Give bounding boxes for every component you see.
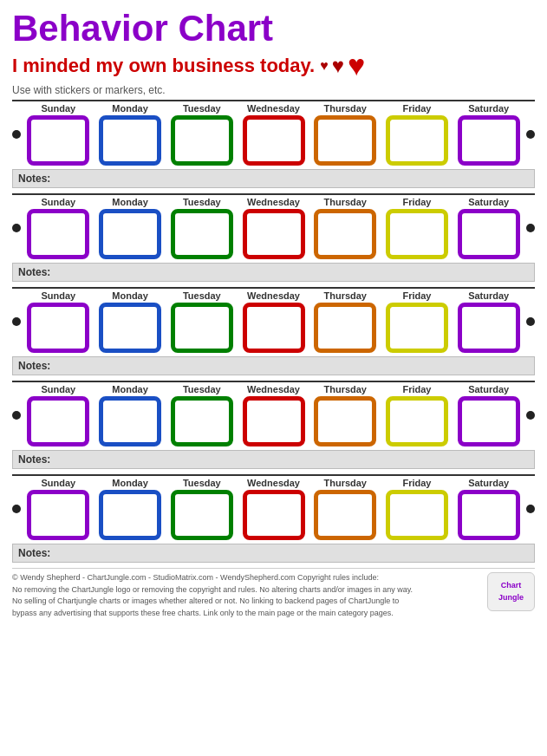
week-4-day-col-thursday: Thursday	[309, 384, 381, 446]
day-label-tuesday: Tuesday	[183, 103, 221, 114]
day-label-thursday: Thursday	[323, 103, 367, 114]
week-4-thursday-box	[314, 396, 376, 446]
day-label-sunday: Sunday	[41, 384, 75, 394]
day-label-monday: Monday	[112, 197, 148, 207]
day-label-sunday: Sunday	[41, 197, 75, 207]
week-5-day-col-tuesday: Tuesday	[166, 478, 238, 540]
week-2-day-col-tuesday: Tuesday	[166, 197, 238, 259]
week-4-day-col-friday: Friday	[381, 384, 453, 446]
week-2: SundayMondayTuesdayWednesdayThursdayFrid…	[12, 193, 535, 282]
week-2-notes: Notes:	[12, 263, 535, 282]
week-2-saturday-box	[458, 209, 520, 259]
week-3: SundayMondayTuesdayWednesdayThursdayFrid…	[12, 287, 535, 375]
week-5-friday-box	[386, 490, 448, 540]
week-4-day-row: SundayMondayTuesdayWednesdayThursdayFrid…	[12, 381, 535, 446]
week-4-sunday-box	[27, 396, 89, 446]
header: Behavior Chart I minded my own business …	[12, 9, 535, 100]
bullet-left	[12, 411, 21, 420]
day-label-monday: Monday	[112, 290, 148, 301]
week-3-monday-box	[99, 303, 161, 353]
bullet-left	[12, 505, 21, 513]
week-3-friday-box	[386, 303, 448, 353]
week-3-tuesday-box	[171, 303, 233, 353]
week-5: SundayMondayTuesdayWednesdayThursdayFrid…	[12, 474, 535, 563]
bullet-left	[12, 130, 21, 139]
week-1-day-col-sunday: Sunday	[23, 103, 94, 166]
day-label-saturday: Saturday	[468, 384, 509, 394]
day-label-friday: Friday	[402, 103, 431, 114]
week-5-notes: Notes:	[12, 544, 535, 563]
week-1-sunday-box	[27, 115, 89, 166]
day-label-wednesday: Wednesday	[247, 103, 300, 114]
chartjungle-logo: ChartJungle	[487, 572, 535, 611]
day-label-wednesday: Wednesday	[247, 478, 300, 488]
week-5-tuesday-box	[171, 490, 233, 540]
heart-icon-lg: ♥	[348, 49, 365, 82]
week-3-day-col-tuesday: Tuesday	[166, 290, 238, 353]
bullet-right	[526, 411, 535, 420]
subtitle: I minded my own business today. ♥ ♥ ♥	[12, 49, 535, 82]
week-3-day-col-sunday: Sunday	[23, 290, 94, 353]
day-label-friday: Friday	[402, 290, 431, 301]
week-3-day-col-monday: Monday	[94, 290, 166, 353]
week-3-day-col-thursday: Thursday	[309, 290, 381, 353]
week-4-notes: Notes:	[12, 450, 535, 469]
week-1-monday-box	[99, 115, 161, 166]
week-1-day-col-friday: Friday	[381, 103, 453, 166]
page-title: Behavior Chart	[12, 9, 535, 49]
week-1-saturday-box	[458, 115, 520, 166]
page: Behavior Chart I minded my own business …	[0, 0, 547, 756]
week-5-saturday-box	[458, 490, 520, 540]
week-2-monday-box	[99, 209, 161, 259]
week-3-day-col-friday: Friday	[381, 290, 453, 353]
week-3-day-col-saturday: Saturday	[453, 290, 524, 353]
day-label-tuesday: Tuesday	[183, 290, 221, 301]
bullet-right	[526, 130, 535, 139]
week-4-day-col-wednesday: Wednesday	[238, 384, 309, 446]
day-label-friday: Friday	[402, 478, 431, 488]
week-2-day-col-sunday: Sunday	[23, 197, 94, 259]
day-label-monday: Monday	[112, 384, 148, 394]
week-4-day-col-monday: Monday	[94, 384, 166, 446]
week-2-wednesday-box	[243, 209, 305, 259]
week-2-day-col-friday: Friday	[381, 197, 453, 259]
week-5-sunday-box	[27, 490, 89, 540]
logo-text: ChartJungle	[498, 580, 524, 603]
week-1-notes: Notes:	[12, 169, 535, 188]
day-label-saturday: Saturday	[468, 290, 509, 301]
bullet-right	[526, 317, 535, 326]
bullet-left	[12, 317, 21, 326]
bullet-left	[12, 224, 21, 232]
week-4-tuesday-box	[171, 396, 233, 446]
week-4-day-col-tuesday: Tuesday	[166, 384, 238, 446]
week-2-day-row: SundayMondayTuesdayWednesdayThursdayFrid…	[12, 193, 535, 259]
week-5-day-col-saturday: Saturday	[453, 478, 524, 540]
week-5-thursday-box	[314, 490, 376, 540]
week-5-day-col-wednesday: Wednesday	[238, 478, 309, 540]
bullet-right	[526, 224, 535, 232]
day-label-sunday: Sunday	[41, 478, 75, 488]
day-label-monday: Monday	[112, 103, 148, 114]
use-text: Use with stickers or markers, etc.	[12, 84, 535, 96]
week-1-day-col-monday: Monday	[94, 103, 166, 166]
week-4-day-col-saturday: Saturday	[453, 384, 524, 446]
week-1-day-row: SundayMondayTuesdayWednesdayThursdayFrid…	[12, 100, 535, 166]
day-label-saturday: Saturday	[468, 197, 509, 207]
week-1-day-col-wednesday: Wednesday	[238, 103, 309, 166]
week-5-day-col-friday: Friday	[381, 478, 453, 540]
week-1-thursday-box	[314, 115, 376, 166]
week-5-wednesday-box	[243, 490, 305, 540]
weeks-container: SundayMondayTuesdayWednesdayThursdayFrid…	[12, 100, 535, 563]
title-block: Behavior Chart I minded my own business …	[12, 9, 535, 100]
heart-icon-sm: ♥	[320, 58, 329, 74]
week-5-monday-box	[99, 490, 161, 540]
week-2-day-col-monday: Monday	[94, 197, 166, 259]
week-4-saturday-box	[458, 396, 520, 446]
week-2-tuesday-box	[171, 209, 233, 259]
day-label-wednesday: Wednesday	[247, 384, 300, 394]
day-label-friday: Friday	[402, 197, 431, 207]
footer-text: © Wendy Shepherd - ChartJungle.com - Stu…	[12, 572, 487, 619]
week-2-friday-box	[386, 209, 448, 259]
week-5-day-row: SundayMondayTuesdayWednesdayThursdayFrid…	[12, 474, 535, 540]
week-3-sunday-box	[27, 303, 89, 353]
